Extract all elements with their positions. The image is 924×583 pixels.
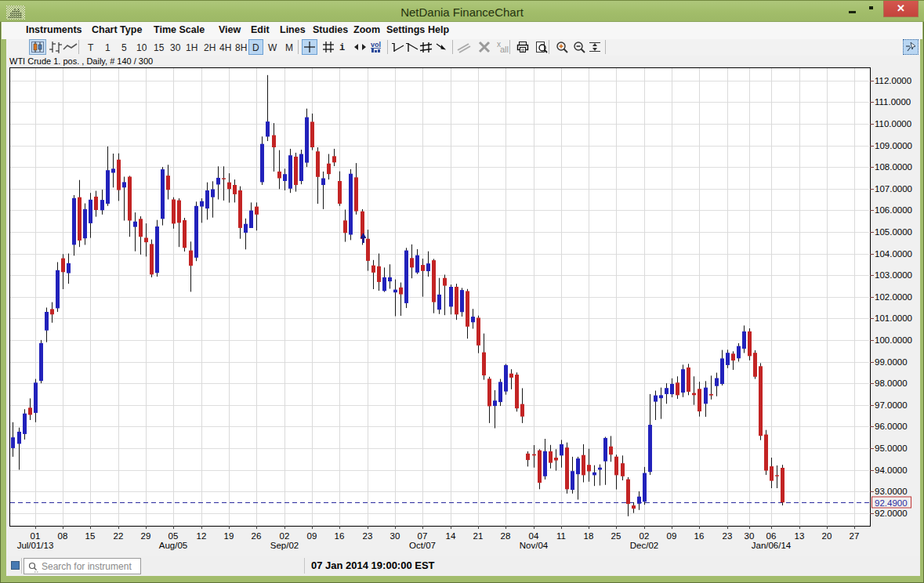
- svg-text:108.0000: 108.0000: [875, 162, 912, 172]
- svg-text:16: 16: [335, 531, 345, 541]
- svg-text:12: 12: [197, 531, 207, 541]
- svg-text:21: 21: [473, 531, 484, 541]
- svg-text:Jan/06/14: Jan/06/14: [752, 541, 792, 550]
- svg-text:106.0000: 106.0000: [875, 205, 912, 215]
- svg-text:111.0000: 111.0000: [875, 97, 911, 107]
- svg-text:23: 23: [363, 531, 373, 541]
- svg-text:30: 30: [745, 531, 755, 541]
- svg-text:92.0000: 92.0000: [875, 509, 908, 518]
- svg-text:110.0000: 110.0000: [875, 119, 911, 129]
- svg-text:Jul/01/13: Jul/01/13: [17, 541, 54, 550]
- svg-text:101.0000: 101.0000: [875, 313, 912, 323]
- svg-text:95.0000: 95.0000: [875, 444, 908, 453]
- svg-text:05: 05: [168, 531, 179, 541]
- svg-text:19: 19: [224, 531, 234, 541]
- svg-text:02: 02: [280, 531, 290, 541]
- svg-text:06: 06: [766, 531, 777, 541]
- svg-text:26: 26: [252, 531, 262, 541]
- svg-text:96.0000: 96.0000: [875, 422, 908, 431]
- svg-text:92.4900: 92.4900: [875, 498, 908, 508]
- svg-text:28: 28: [501, 531, 511, 541]
- svg-text:Aug/05: Aug/05: [159, 541, 187, 550]
- svg-text:29: 29: [141, 531, 151, 541]
- svg-text:27: 27: [850, 531, 860, 541]
- svg-text:97.0000: 97.0000: [875, 400, 908, 410]
- svg-text:04: 04: [529, 531, 539, 541]
- svg-text:Oct/07: Oct/07: [409, 541, 436, 550]
- svg-text:Nov/04: Nov/04: [520, 541, 549, 550]
- svg-text:16: 16: [694, 531, 705, 541]
- svg-text:103.0000: 103.0000: [875, 270, 912, 280]
- svg-text:09: 09: [307, 531, 317, 541]
- svg-text:Sep/02: Sep/02: [270, 541, 299, 550]
- svg-text:93.0000: 93.0000: [875, 487, 908, 496]
- svg-text:18: 18: [584, 531, 594, 541]
- svg-text:11: 11: [556, 531, 566, 541]
- svg-text:109.0000: 109.0000: [875, 141, 912, 150]
- svg-text:08: 08: [58, 531, 68, 541]
- svg-text:23: 23: [723, 531, 733, 541]
- svg-text:15: 15: [85, 531, 96, 541]
- svg-text:107.0000: 107.0000: [875, 184, 912, 194]
- svg-text:102.0000: 102.0000: [875, 292, 912, 302]
- svg-text:25: 25: [611, 531, 621, 541]
- svg-text:30: 30: [390, 531, 400, 541]
- svg-text:99.0000: 99.0000: [875, 357, 908, 367]
- svg-text:02: 02: [640, 531, 650, 541]
- svg-text:Dec/02: Dec/02: [630, 541, 658, 550]
- svg-text:112.0000: 112.0000: [875, 76, 911, 85]
- svg-text:98.0000: 98.0000: [875, 378, 908, 388]
- svg-text:100.0000: 100.0000: [875, 335, 912, 345]
- svg-text:09: 09: [667, 531, 677, 541]
- svg-text:20: 20: [822, 531, 832, 541]
- svg-text:13: 13: [795, 531, 805, 541]
- svg-text:104.0000: 104.0000: [875, 249, 912, 259]
- svg-text:01: 01: [31, 531, 41, 541]
- svg-text:07: 07: [418, 531, 428, 541]
- svg-text:14: 14: [446, 531, 456, 541]
- svg-text:105.0000: 105.0000: [875, 227, 912, 237]
- svg-text:94.0000: 94.0000: [875, 465, 908, 475]
- svg-text:22: 22: [114, 531, 124, 541]
